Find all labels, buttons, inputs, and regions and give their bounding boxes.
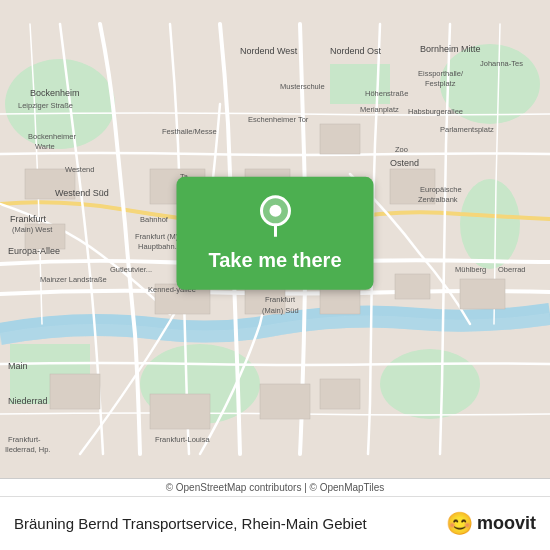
location-pin-icon (257, 195, 293, 239)
svg-text:Frankfurt: Frankfurt (10, 214, 47, 224)
svg-text:Zentralbank: Zentralbank (418, 195, 458, 204)
svg-rect-20 (150, 394, 210, 429)
svg-text:Festhalle/Messe: Festhalle/Messe (162, 127, 217, 136)
svg-text:Parlamentsplatz: Parlamentsplatz (440, 125, 494, 134)
svg-text:Mainzer Landstraße: Mainzer Landstraße (40, 275, 107, 284)
moovit-text: moovit (477, 513, 536, 534)
svg-text:(Main) Süd: (Main) Süd (262, 306, 299, 315)
svg-text:Frankfurt-Louisa: Frankfurt-Louisa (155, 435, 210, 444)
svg-point-67 (269, 205, 281, 217)
take-me-there-label: Take me there (208, 249, 341, 272)
svg-text:Zoo: Zoo (395, 145, 408, 154)
svg-rect-19 (50, 374, 100, 409)
svg-text:Habsburgerallee: Habsburgerallee (408, 107, 463, 116)
bottom-bar: Bräuning Bernd Transportservice, Rhein-M… (0, 496, 550, 550)
svg-point-3 (460, 179, 520, 269)
svg-rect-18 (460, 279, 505, 309)
svg-text:Eissporthalle/: Eissporthalle/ (418, 69, 464, 78)
svg-rect-4 (330, 64, 390, 104)
svg-text:Main: Main (8, 361, 28, 371)
svg-text:Oberrad: Oberrad (498, 265, 526, 274)
moovit-face-emoji: 😊 (446, 511, 473, 537)
svg-text:Musterschule: Musterschule (280, 82, 325, 91)
location-name: Bräuning Bernd Transportservice, Rhein-M… (14, 515, 446, 532)
svg-text:Gutleutvier...: Gutleutvier... (110, 265, 152, 274)
svg-text:Ilederrad, Hp.: Ilederrad, Hp. (5, 445, 50, 454)
svg-text:Hauptbahn...: Hauptbahn... (138, 242, 181, 251)
svg-text:Bockenheim: Bockenheim (30, 88, 80, 98)
svg-rect-21 (260, 384, 310, 419)
svg-text:Höhenstraße: Höhenstraße (365, 89, 408, 98)
svg-text:Frankfurt: Frankfurt (265, 295, 296, 304)
svg-text:(Main) West: (Main) West (12, 225, 53, 234)
svg-text:Westend Süd: Westend Süd (55, 188, 109, 198)
svg-text:Mühlberg: Mühlberg (455, 265, 486, 274)
svg-text:Nordend West: Nordend West (240, 46, 298, 56)
svg-text:Festplatz: Festplatz (425, 79, 456, 88)
svg-rect-22 (320, 379, 360, 409)
svg-text:Europa-Allee: Europa-Allee (8, 246, 60, 256)
svg-text:Eschenheimer Tor: Eschenheimer Tor (248, 115, 309, 124)
svg-text:Niederrad: Niederrad (8, 396, 48, 406)
svg-rect-12 (320, 124, 360, 154)
svg-text:Bockenheimer: Bockenheimer (28, 132, 76, 141)
attribution-text: © OpenStreetMap contributors | © OpenMap… (166, 482, 385, 493)
svg-point-7 (380, 349, 480, 419)
svg-text:Nordend Ost: Nordend Ost (330, 46, 382, 56)
svg-rect-17 (395, 274, 430, 299)
svg-text:Johanna-Tes: Johanna-Tes (480, 59, 523, 68)
svg-text:Ostend: Ostend (390, 158, 419, 168)
svg-text:Bahnhof: Bahnhof (140, 215, 169, 224)
take-me-there-button[interactable]: Take me there (176, 177, 373, 290)
svg-text:Frankfurt (M): Frankfurt (M) (135, 232, 179, 241)
svg-text:Leipziger Straße: Leipziger Straße (18, 101, 73, 110)
svg-text:Europäische: Europäische (420, 185, 462, 194)
svg-text:Westend: Westend (65, 165, 94, 174)
app: Bockenheim Leipziger Straße Bockenheimer… (0, 0, 550, 550)
svg-text:Merianplatz: Merianplatz (360, 105, 399, 114)
attribution-bar: © OpenStreetMap contributors | © OpenMap… (0, 478, 550, 496)
svg-text:Bornheim Mitte: Bornheim Mitte (420, 44, 481, 54)
map-container: Bockenheim Leipziger Straße Bockenheimer… (0, 0, 550, 478)
moovit-logo: 😊 moovit (446, 511, 536, 537)
svg-text:Frankfurt-: Frankfurt- (8, 435, 41, 444)
svg-text:Warte: Warte (35, 142, 55, 151)
